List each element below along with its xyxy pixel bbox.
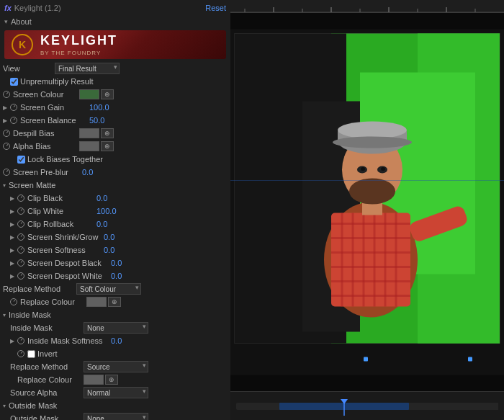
screen-colour-label: Screen Colour	[13, 90, 78, 99]
reset-button[interactable]: Reset	[205, 4, 226, 12]
scroll-content[interactable]: View Final Result Source Screen Matte In…	[0, 62, 230, 420]
preview-canvas	[230, 13, 504, 391]
clip-white-row: ▶ Clip White 100.0	[0, 205, 230, 218]
inside-mask-softness-label: Inside Mask Softness	[27, 336, 107, 345]
alpha-bias-eyedrop[interactable]: ⊕	[101, 141, 114, 151]
invert-inside-checkbox[interactable]	[27, 350, 35, 358]
replace-method-label: Replace Method	[3, 285, 75, 293]
invert-inside-row: Invert	[0, 347, 230, 360]
replace-method-dropdown-wrap[interactable]: Soft Colour None Hard Colour Luma	[76, 283, 141, 295]
clip-black-clock[interactable]	[17, 195, 24, 202]
clip-black-expand[interactable]: ▶	[10, 195, 14, 202]
view-dropdown[interactable]: Final Result Source Screen Matte Inside …	[55, 63, 120, 74]
unpremultiply-row: Unpremultiply Result	[0, 75, 230, 88]
screen-matte-label: Screen Matte	[9, 181, 55, 189]
screen-preblur-value: 0.0	[82, 168, 93, 177]
logo-letter: K	[19, 39, 26, 50]
screen-despot-black-row: ▶ Screen Despot Black 0.0	[0, 256, 230, 269]
outside-mask-dropdown[interactable]: None Layer 1 Layer 2	[84, 413, 148, 420]
source-alpha-row: Source Alpha Normal Screen Matte Inside …	[0, 386, 230, 399]
about-row[interactable]: ▾ About	[4, 17, 226, 26]
alpha-bias-swatch[interactable]	[79, 141, 99, 151]
screen-shrink-clock[interactable]	[17, 233, 24, 241]
outside-mask-dropdown-wrap[interactable]: None Layer 1 Layer 2	[84, 413, 148, 420]
screen-gain-clock[interactable]	[10, 104, 17, 111]
despill-bias-swatch[interactable]	[79, 128, 99, 138]
clip-black-value: 0.0	[96, 194, 107, 202]
screen-softness-expand[interactable]: ▶	[10, 247, 14, 254]
despill-bias-eyedrop[interactable]: ⊕	[101, 128, 114, 138]
screen-softness-row: ▶ Screen Softness 0.0	[0, 243, 230, 256]
timeline-strip	[236, 396, 498, 417]
replace-colour-clock[interactable]	[10, 298, 17, 305]
keylight-banner: K KEYLIGHT BY THE FOUNDRY	[4, 30, 226, 59]
clip-rollback-expand[interactable]: ▶	[10, 221, 14, 228]
inside-mask-section[interactable]: ▾ Inside Mask	[0, 308, 230, 321]
about-label: About	[11, 17, 32, 26]
screen-colour-swatch[interactable]	[79, 89, 99, 99]
replace-method-dropdown[interactable]: Soft Colour None Hard Colour Luma	[76, 283, 141, 295]
preview-area	[230, 13, 504, 391]
screen-balance-value: 50.0	[89, 116, 104, 125]
svg-rect-43	[364, 357, 368, 362]
keylight-title-block: KEYLIGHT BY THE FOUNDRY	[40, 33, 117, 56]
clip-white-clock[interactable]	[17, 207, 24, 215]
outside-mask-label: Outside Mask	[10, 414, 82, 420]
screen-softness-clock[interactable]	[17, 246, 24, 254]
screen-balance-label: Screen Balance	[20, 116, 85, 125]
svg-rect-44	[468, 357, 472, 362]
outside-mask-section[interactable]: ▾ Outside Mask	[0, 399, 230, 412]
left-panel: fx Keylight (1.2) Reset ▾ About K KEYLIG…	[0, 0, 230, 420]
screen-despot-white-expand[interactable]: ▶	[10, 273, 14, 280]
screen-matte-section[interactable]: ▾ Screen Matte	[0, 179, 230, 192]
alpha-bias-clock[interactable]	[3, 143, 10, 150]
lock-biases-checkbox[interactable]	[17, 156, 25, 164]
screen-preblur-row: Screen Pre-blur 0.0	[0, 166, 230, 179]
outside-mask-section-label: Outside Mask	[9, 401, 57, 410]
screen-shrink-expand[interactable]: ▶	[10, 234, 14, 241]
replace-method2-dropdown[interactable]: Source Foreground Background	[84, 361, 148, 372]
despill-bias-clock[interactable]	[3, 130, 10, 137]
view-dropdown-wrap[interactable]: Final Result Source Screen Matte Inside …	[55, 63, 120, 74]
svg-point-33	[349, 179, 395, 205]
inside-mask-dropdown-wrap[interactable]: None Layer 1 Layer 2	[84, 322, 148, 334]
inside-mask-softness-clock[interactable]	[17, 337, 24, 344]
replace-colour2-eyedrop[interactable]: ⊕	[105, 375, 118, 385]
screen-despot-black-clock[interactable]	[17, 259, 24, 267]
outside-mask-triangle: ▾	[3, 403, 6, 409]
source-alpha-dropdown-wrap[interactable]: Normal Screen Matte Inside Mask	[84, 387, 148, 398]
screen-gain-value: 100.0	[89, 103, 109, 112]
screen-shrink-value: 0.0	[104, 233, 114, 241]
invert-inside-clock[interactable]	[17, 350, 24, 357]
unpremultiply-label: Unpremultiply Result	[20, 77, 93, 86]
screen-despot-black-expand[interactable]: ▶	[10, 260, 14, 267]
screen-balance-expand[interactable]: ▶	[3, 117, 7, 124]
replace-colour-swatch[interactable]	[86, 297, 107, 307]
clip-rollback-clock[interactable]	[17, 220, 24, 228]
svg-point-41	[381, 167, 385, 171]
keylight-logo: K	[12, 34, 33, 55]
svg-point-37	[333, 137, 412, 148]
screen-colour-eyedrop[interactable]: ⊕	[101, 89, 114, 99]
replace-colour-eyedrop[interactable]: ⊕	[108, 297, 121, 307]
clip-white-expand[interactable]: ▶	[10, 208, 14, 215]
replace-colour2-swatch[interactable]	[84, 375, 104, 385]
clip-white-value: 100.0	[96, 207, 117, 215]
plugin-name: Keylight (1.2)	[14, 4, 61, 12]
screen-preblur-clock[interactable]	[3, 169, 10, 176]
invert-inside-label: Invert	[37, 349, 58, 358]
replace-method-row: Replace Method Soft Colour None Hard Col…	[0, 282, 230, 295]
screen-despot-white-clock[interactable]	[17, 272, 24, 280]
inside-mask-softness-expand[interactable]: ▶	[10, 338, 14, 344]
screen-gain-expand[interactable]: ▶	[3, 104, 7, 111]
inside-mask-dropdown[interactable]: None Layer 1 Layer 2	[84, 322, 148, 334]
replace-colour-row: Replace Colour ⊕	[0, 295, 230, 308]
unpremultiply-checkbox[interactable]	[10, 78, 18, 86]
screen-balance-clock[interactable]	[10, 117, 17, 124]
screen-colour-clock[interactable]	[3, 91, 10, 98]
replace-method2-dropdown-wrap[interactable]: Source Foreground Background	[84, 361, 148, 372]
clip-black-label: Clip Black	[27, 194, 92, 202]
inside-mask-section-label: Inside Mask	[9, 310, 51, 319]
screen-gain-label: Screen Gain	[20, 103, 85, 112]
source-alpha-dropdown[interactable]: Normal Screen Matte Inside Mask	[84, 387, 148, 398]
